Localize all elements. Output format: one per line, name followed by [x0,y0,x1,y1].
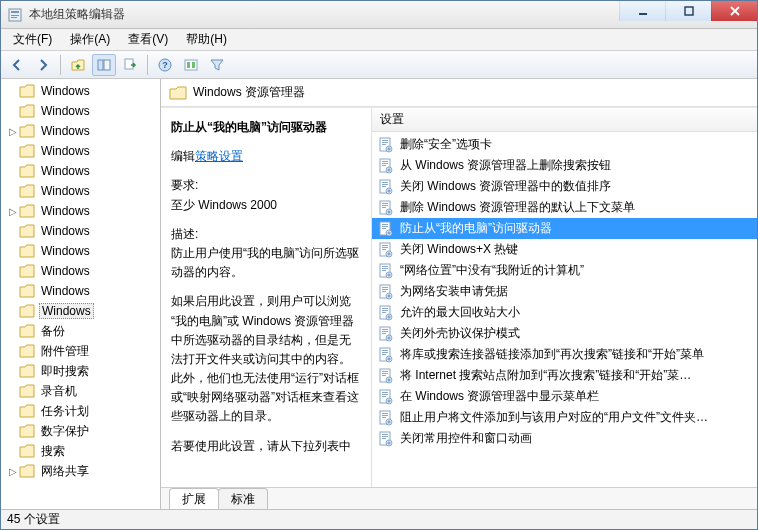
maximize-button[interactable] [665,1,711,21]
list-item[interactable]: “网络位置”中没有“我附近的计算机” [372,260,757,281]
folder-icon [19,244,35,258]
tree-item[interactable]: ▷Windows [1,121,161,141]
svg-rect-20 [388,148,391,149]
expand-icon[interactable]: ▷ [7,126,19,137]
tree-item-label: 网络共享 [39,463,91,480]
tree-item-label: Windows [39,303,94,319]
edit-link-row: 编辑策略设置 [171,147,361,166]
app-window: 本地组策略编辑器 文件(F) 操作(A) 查看(V) 帮助(H) ? Windo… [0,0,758,530]
back-button[interactable] [5,54,29,76]
list-item[interactable]: 将 Internet 搜索站点附加到“再次搜索”链接和“开始”菜… [372,365,757,386]
folder-icon [19,464,35,478]
list-column-header[interactable]: 设置 [372,108,757,132]
options-button[interactable] [179,54,203,76]
svg-text:?: ? [162,60,168,70]
list-item[interactable]: 关闭 Windows 资源管理器中的数值排序 [372,176,757,197]
menu-file[interactable]: 文件(F) [5,29,60,50]
tree-item[interactable]: 录音机 [1,381,161,401]
tree-item[interactable]: 备份 [1,321,161,341]
tree-item[interactable]: Windows [1,101,161,121]
forward-button[interactable] [31,54,55,76]
list-item[interactable]: 为网络安装申请凭据 [372,281,757,302]
show-tree-button[interactable] [92,54,116,76]
tree-item[interactable]: ▷网络共享 [1,461,161,481]
svg-rect-22 [382,161,388,162]
tree-item-label: 附件管理 [39,343,91,360]
tree-item-label: Windows [39,244,92,258]
svg-rect-58 [382,268,388,269]
list-item-label: 允许的最大回收站大小 [400,304,520,321]
list-item[interactable]: 阻止用户将文件添加到与该用户对应的“用户文件”文件夹… [372,407,757,428]
svg-rect-57 [382,266,388,267]
export-button[interactable] [118,54,142,76]
svg-rect-111 [388,421,391,422]
expand-icon[interactable]: ▷ [7,466,19,477]
policy-icon [378,347,394,363]
content-area: WindowsWindows▷WindowsWindowsWindowsWind… [1,79,757,509]
tree-item[interactable]: 附件管理 [1,341,161,361]
list-item[interactable]: 关闭外壳协议保护模式 [372,323,757,344]
svg-rect-94 [382,375,386,376]
close-button[interactable] [711,1,757,21]
tree-item-label: Windows [39,204,92,218]
tree-item[interactable]: 即时搜索 [1,361,161,381]
list-item[interactable]: 删除 Windows 资源管理器的默认上下文菜单 [372,197,757,218]
help-button[interactable]: ? [153,54,177,76]
tree-item[interactable]: ▷Windows [1,201,161,221]
list-item[interactable]: 关闭常用控件和窗口动画 [372,428,757,449]
svg-rect-23 [382,163,388,164]
policy-icon [378,326,394,342]
expand-icon[interactable]: ▷ [7,206,19,217]
tree-pane[interactable]: WindowsWindows▷WindowsWindowsWindowsWind… [1,79,161,509]
tab-standard[interactable]: 标准 [218,488,268,509]
list-item[interactable]: 关闭 Windows+X 热键 [372,239,757,260]
tab-extended[interactable]: 扩展 [169,488,219,509]
tree-item[interactable]: Windows [1,261,161,281]
minimize-button[interactable] [619,1,665,21]
menu-action[interactable]: 操作(A) [62,29,118,50]
list-item-label: 关闭 Windows+X 热键 [400,241,518,258]
filter-button[interactable] [205,54,229,76]
tree-item[interactable]: Windows [1,301,161,321]
list-item-label: 关闭外壳协议保护模式 [400,325,520,342]
folder-icon [19,184,35,198]
list-item[interactable]: 在 Windows 资源管理器中显示菜单栏 [372,386,757,407]
tree-item[interactable]: Windows [1,81,161,101]
folder-icon [19,284,35,298]
list-item[interactable]: 从 Windows 资源管理器上删除搜索按钮 [372,155,757,176]
svg-rect-113 [382,434,388,435]
tree-item[interactable]: Windows [1,141,161,161]
svg-rect-114 [382,436,388,437]
edit-policy-link[interactable]: 策略设置 [195,149,243,163]
menu-view[interactable]: 查看(V) [120,29,176,50]
list-item[interactable]: 允许的最大回收站大小 [372,302,757,323]
tree-item-label: Windows [39,104,92,118]
list-item[interactable]: 防止从“我的电脑”访问驱动器 [372,218,757,239]
svg-rect-64 [382,287,388,288]
svg-rect-80 [382,333,386,334]
tree-item[interactable]: Windows [1,181,161,201]
policy-icon [378,200,394,216]
tree-item[interactable]: Windows [1,241,161,261]
tree-item[interactable]: Windows [1,281,161,301]
title-bar: 本地组策略编辑器 [1,1,757,29]
tree-item[interactable]: Windows [1,161,161,181]
policy-icon [378,158,394,174]
svg-rect-37 [382,205,388,206]
horizontal-scrollbar[interactable] [372,471,757,487]
tree-item[interactable]: 搜索 [1,441,161,461]
up-button[interactable] [66,54,90,76]
svg-rect-83 [388,337,391,338]
tree-item[interactable]: 任务计划 [1,401,161,421]
list-item[interactable]: 删除“安全”选项卡 [372,134,757,155]
svg-rect-76 [388,316,391,317]
svg-rect-27 [388,169,391,170]
list-item[interactable]: 将库或搜索连接器链接添加到“再次搜索”链接和“开始”菜单 [372,344,757,365]
svg-rect-12 [187,62,190,68]
menu-help[interactable]: 帮助(H) [178,29,235,50]
policy-icon [378,431,394,447]
description-text: 防止用户使用“我的电脑”访问所选驱动器的内容。 [171,244,361,282]
tree-item[interactable]: 数字保护 [1,421,161,441]
svg-rect-5 [685,7,693,15]
tree-item[interactable]: Windows [1,221,161,241]
